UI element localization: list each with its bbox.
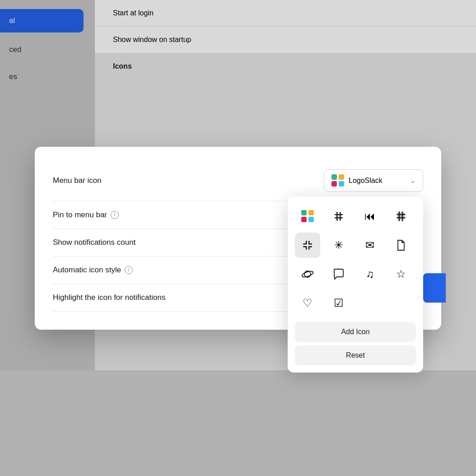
pin-info-icon[interactable]: i [111, 211, 119, 219]
heart-icon: ♡ [303, 297, 313, 309]
svg-rect-11 [308, 241, 310, 244]
automatic-icon-info-icon[interactable]: i [125, 266, 133, 274]
icon-grid: ⏮ [295, 204, 416, 316]
icon-document[interactable] [388, 233, 414, 258]
automatic-icon-style-label: Automatic icon style i [53, 266, 133, 275]
sq-red-1 [301, 217, 307, 222]
icon-heart[interactable]: ♡ [295, 290, 320, 316]
sq-blue-1 [308, 217, 314, 222]
icon-planet[interactable] [295, 261, 320, 287]
icon-music[interactable]: ♫ [357, 261, 383, 287]
icon-dropdown-menu: ⏮ [288, 196, 423, 373]
chevron-down-icon: ⌄ [410, 177, 415, 184]
asterisk-icon: ✳ [334, 239, 343, 252]
sq-red [331, 181, 337, 187]
svg-rect-0 [335, 214, 343, 215]
menu-bar-icon-label: Menu bar icon [53, 176, 102, 185]
menu-bar-icon-dropdown[interactable]: LogoSlack ⌄ [324, 169, 423, 192]
svg-rect-2 [336, 212, 338, 221]
save-button-partial-2[interactable] [423, 283, 446, 303]
slack-color-icon-small [331, 174, 344, 187]
icon-checkbox[interactable]: ☑ [326, 290, 351, 316]
add-icon-button[interactable]: Add Icon [295, 322, 416, 342]
sq-yellow [339, 174, 344, 180]
icon-slack-hash-outline[interactable] [388, 204, 414, 229]
svg-rect-5 [397, 217, 405, 218]
svg-rect-6 [399, 212, 400, 221]
dropdown-btn-inner: LogoSlack [331, 174, 383, 187]
slack-selected-svg [301, 239, 314, 252]
pin-to-menu-bar-label: Pin to menu bar i [53, 210, 119, 219]
slack-hash-black-svg [332, 210, 345, 223]
sq-green [331, 174, 337, 180]
envelope-icon: ✉ [365, 239, 374, 252]
icon-slack-hash-black[interactable] [326, 204, 351, 229]
icon-slack-color[interactable] [295, 204, 320, 229]
icon-slack-selected[interactable] [295, 233, 320, 258]
menu-bar-icon-row: Menu bar icon LogoSlack ⌄ [53, 160, 423, 201]
svg-rect-4 [397, 214, 405, 215]
slack-hash-outline-svg [395, 210, 407, 223]
icon-envelope[interactable]: ✉ [357, 233, 383, 258]
settings-modal: Menu bar icon LogoSlack ⌄ Pin to menu ba… [35, 147, 441, 330]
sq-yellow-1 [308, 210, 314, 215]
rewind-icon: ⏮ [364, 210, 375, 223]
highlight-icon-label: Highlight the icon for notifications [53, 293, 165, 302]
svg-rect-3 [340, 212, 341, 221]
star-icon: ☆ [396, 268, 406, 280]
chat-bubble-svg [332, 268, 345, 280]
checkbox-icon: ☑ [334, 297, 344, 309]
svg-rect-15 [308, 246, 310, 250]
music-icon: ♫ [366, 268, 374, 280]
slack-color-grid [301, 210, 314, 223]
document-icon-svg [395, 239, 407, 251]
modal-overlay: Menu bar icon LogoSlack ⌄ Pin to menu ba… [0, 0, 476, 476]
svg-rect-7 [402, 212, 403, 221]
icon-rewind[interactable]: ⏮ [357, 204, 383, 229]
planet-icon-svg [301, 268, 314, 280]
show-notifications-label: Show notifications count [53, 238, 135, 247]
sq-green-1 [301, 210, 307, 215]
svg-rect-13 [306, 246, 307, 250]
svg-rect-9 [306, 241, 307, 244]
icon-asterisk[interactable]: ✳ [326, 233, 351, 258]
sq-blue [339, 181, 344, 187]
dropdown-current-label: LogoSlack [349, 177, 383, 185]
reset-button[interactable]: Reset [295, 345, 416, 365]
icon-chat-bubble[interactable] [326, 261, 351, 287]
icon-star[interactable]: ☆ [388, 261, 414, 287]
svg-rect-1 [335, 217, 343, 219]
